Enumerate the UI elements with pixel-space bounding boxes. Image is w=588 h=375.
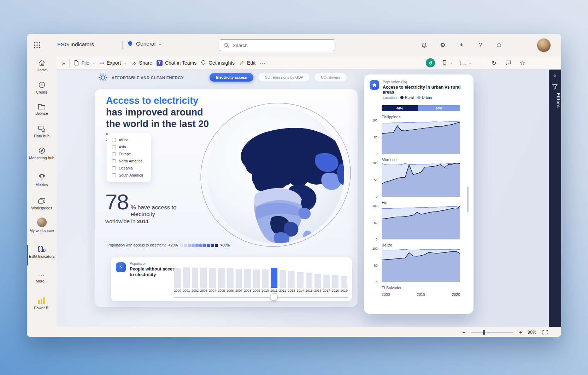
search-box[interactable] — [220, 39, 334, 51]
user-avatar[interactable] — [537, 38, 551, 52]
timeline-bar-2016[interactable] — [314, 274, 321, 288]
fit-to-page-icon[interactable] — [542, 330, 548, 335]
timeline-bar-2009[interactable] — [253, 269, 260, 288]
tab-co2-emissions-by-gdp[interactable]: CO₂ emissions by GDP — [258, 73, 310, 82]
slider-track[interactable] — [173, 297, 348, 298]
teams-icon: T — [157, 60, 163, 66]
timeline-bar-2008[interactable] — [244, 269, 251, 288]
timeline-bar-2011[interactable] — [271, 268, 277, 288]
expand-nav-chevrons[interactable]: » — [60, 56, 67, 69]
year-slider[interactable] — [173, 293, 348, 301]
sidebar-item-browse[interactable]: Browse — [27, 103, 57, 116]
continent-checkbox-south-america[interactable]: South America — [112, 173, 151, 177]
slider-handle[interactable] — [270, 293, 278, 301]
left-navigation-sidebar: Home Create Browse Data hub Monitoring h… — [27, 56, 57, 337]
sidebar-item-esg-indicators[interactable]: ESG Indicators — [27, 246, 57, 259]
get-insights-button[interactable]: Get insights — [199, 56, 237, 69]
power-bi-logo[interactable]: Power BI — [27, 297, 57, 310]
refresh-icon[interactable]: ↻ — [490, 59, 498, 66]
timeline-bar-2010[interactable] — [262, 269, 269, 288]
zoom-in-button[interactable]: + — [519, 330, 522, 335]
zoom-slider-handle[interactable] — [483, 330, 485, 335]
report-tab-group: Electricity access CO₂ emissions by GDP … — [210, 73, 347, 82]
legend-rural[interactable]: Rural — [400, 95, 414, 100]
legend-urban[interactable]: Urban — [417, 95, 432, 100]
timeline-bar-2007[interactable] — [236, 269, 242, 288]
bookmarks-button[interactable]: ⌄ — [442, 60, 453, 66]
workspace-avatar — [37, 218, 47, 227]
year-label: 2006 — [226, 289, 235, 292]
timeline-bar-2019[interactable] — [341, 276, 347, 288]
country-area-chart[interactable] — [382, 249, 460, 282]
titlebar-divider — [122, 41, 123, 49]
country-area-chart[interactable] — [382, 163, 460, 197]
sidebar-item-home[interactable]: Home — [27, 59, 57, 72]
sidebar-item-workspaces[interactable]: Workspaces — [27, 198, 57, 210]
filters-pane-collapsed[interactable]: « Filters — [549, 70, 561, 327]
timeline-bar-2014[interactable] — [297, 272, 304, 288]
timeline-bar-2000[interactable] — [174, 268, 181, 288]
notifications-bell-icon[interactable] — [421, 42, 428, 49]
checkbox-icon — [112, 166, 116, 170]
help-icon[interactable]: ? — [477, 42, 484, 49]
zoom-out-button[interactable]: − — [463, 330, 465, 335]
country-name: Philippines — [382, 115, 469, 120]
continent-checkbox-africa[interactable]: Africa — [112, 138, 151, 142]
year-label: 2015 — [305, 289, 313, 292]
stat-year: 2011 — [137, 218, 149, 224]
timeline-bar-2002[interactable] — [192, 268, 199, 288]
world-globe-map[interactable] — [199, 99, 352, 251]
timeline-bar-2013[interactable] — [288, 271, 295, 288]
timeline-bar-2017[interactable] — [323, 275, 330, 288]
continent-checkbox-europe[interactable]: Europe — [112, 152, 151, 156]
sidebar-item-more[interactable]: ⋯ More... — [27, 274, 57, 284]
year-label: 2002 — [191, 289, 200, 292]
continent-checkbox-asia[interactable]: Asia — [112, 145, 151, 149]
timeline-bar-2001[interactable] — [183, 267, 190, 288]
timeline-bar-2015[interactable] — [306, 273, 312, 288]
continent-checkbox-oceania[interactable]: Oceania — [112, 166, 151, 170]
timeline-bar-2006[interactable] — [227, 268, 234, 288]
settings-gear-icon[interactable]: ⚙ — [439, 42, 446, 49]
tab-electricity-access[interactable]: Electricity access — [210, 73, 253, 82]
continent-checkbox-north-america[interactable]: North America — [112, 159, 151, 163]
tab-co2-drivers[interactable]: CO₂ drivers — [314, 73, 346, 82]
search-input[interactable] — [233, 43, 330, 48]
sidebar-item-metrics[interactable]: Metrics — [27, 174, 57, 187]
expand-filters-chevrons-icon[interactable]: « — [549, 72, 561, 78]
timeline-bar-2003[interactable] — [200, 268, 207, 288]
stacked-segment-rural: 46% — [382, 105, 418, 111]
comments-icon[interactable] — [505, 59, 512, 66]
sidebar-item-data-hub[interactable]: Data hub — [27, 125, 57, 138]
download-icon[interactable] — [458, 42, 465, 49]
country-area-chart[interactable] — [382, 206, 460, 239]
workspace-selector[interactable]: General ⌄ — [127, 40, 162, 47]
zoom-slider-track[interactable] — [471, 332, 513, 333]
sidebar-item-my-workspace[interactable]: My workspace — [27, 218, 57, 233]
year-label: 2016 — [313, 289, 322, 292]
feedback-smiley-icon[interactable]: ☺ — [495, 42, 502, 49]
get-insights-label: Get insights — [208, 60, 235, 66]
timeline-bar-2005[interactable] — [218, 268, 225, 288]
sidebar-item-monitoring-hub[interactable]: Monitoring hub — [27, 147, 57, 160]
timeline-bar-2004[interactable] — [209, 268, 216, 288]
legend-swatch — [211, 244, 214, 247]
legend-label: Location — [383, 95, 397, 100]
sidebar-item-create[interactable]: Create — [27, 81, 57, 95]
country-area-chart[interactable] — [382, 120, 460, 154]
more-options-button[interactable]: ⋯ — [258, 56, 268, 69]
timeline-bar-2018[interactable] — [332, 275, 339, 288]
panel-scrollbar[interactable] — [467, 187, 469, 212]
app-launcher-waffle-icon[interactable] — [33, 41, 41, 49]
favorite-star-icon[interactable]: ☆ — [519, 59, 526, 66]
file-menu[interactable]: File ⌄ — [72, 56, 97, 69]
chat-in-teams-button[interactable]: T Chat in Teams — [154, 56, 199, 69]
map-color-legend: Population with access to electricity: <… — [107, 243, 230, 247]
export-menu[interactable]: ↦ Export ⌄ — [97, 56, 129, 69]
reset-to-default-button[interactable]: ↺ — [426, 58, 435, 67]
edit-button[interactable]: Edit — [237, 56, 258, 69]
share-button[interactable]: Share — [129, 56, 154, 69]
timeline-bar-2012[interactable] — [280, 270, 286, 288]
continent-filter-card: Africa Asia Europe North America Oceania… — [107, 133, 151, 182]
view-menu-button[interactable]: ⌄ — [460, 61, 472, 65]
